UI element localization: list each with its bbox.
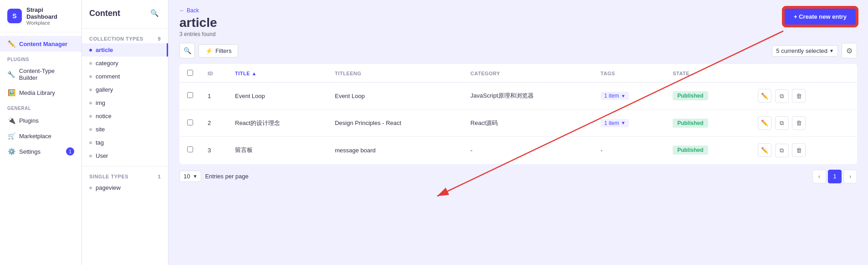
row-checkbox-cell	[180, 83, 201, 110]
edit-button-2[interactable]: ✏️	[758, 116, 771, 130]
th-checkbox	[180, 64, 201, 83]
nav-dot-img	[89, 102, 92, 104]
content-manager-icon: ✏️	[7, 40, 15, 48]
main-header: ← Back article 3 entries found + Create …	[168, 0, 868, 43]
page-1-button[interactable]: 1	[828, 170, 842, 183]
sidebar: S Strapi Dashboard Workplace ✏️ Content …	[0, 0, 82, 265]
sidebar-item-content-type-builder[interactable]: 🔧 Content-Type Builder	[0, 64, 82, 85]
th-state: STATE	[665, 64, 749, 83]
nav-dot-user	[89, 155, 92, 157]
row-tags: -	[593, 137, 665, 164]
row-actions: ✏️ ⧉ 🗑	[749, 109, 857, 137]
table-row: 3 留言板 message board - - Published ✏️ ⧉ 🗑	[180, 137, 857, 164]
data-table: ID TITLE ▲ TITLEENG CATEGORY TAGS STATE …	[179, 64, 857, 164]
nav-panel-title: Content 🔍	[82, 7, 168, 25]
per-page-select[interactable]: 10 ▼	[179, 171, 201, 182]
toolbar: 🔍 ⚡ Filters 5 currently selected ▼ ⚙	[179, 43, 857, 58]
sidebar-item-label: Settings	[19, 148, 41, 155]
nav-dot-notice	[89, 115, 92, 118]
select-all-checkbox[interactable]	[187, 70, 193, 76]
filter-icon: ⚡	[205, 47, 213, 54]
th-title[interactable]: TITLE ▲	[228, 64, 327, 83]
nav-item-label: article	[96, 47, 113, 53]
sidebar-item-label: Content-Type Builder	[19, 68, 74, 81]
nav-dot-category	[89, 62, 92, 65]
sidebar-item-marketplace[interactable]: 🛒 Marketplace	[0, 128, 82, 144]
nav-search-button[interactable]: 🔍	[148, 7, 161, 19]
brand-area: S Strapi Dashboard Workplace	[0, 0, 82, 32]
nav-item-article[interactable]: article	[82, 43, 168, 57]
sidebar-item-settings[interactable]: ⚙️ Settings 1	[0, 144, 82, 159]
table-header-row: ID TITLE ▲ TITLEENG CATEGORY TAGS STATE	[180, 64, 857, 83]
nav-item-gallery[interactable]: gallery	[82, 83, 168, 96]
brand-icon: S	[7, 9, 22, 23]
row-state: Published	[665, 137, 749, 164]
nav-item-label: gallery	[96, 86, 113, 93]
published-badge: Published	[673, 119, 708, 128]
edit-button-1[interactable]: ✏️	[758, 89, 771, 103]
prev-page-button[interactable]: ‹	[812, 170, 826, 183]
edit-button-3[interactable]: ✏️	[758, 143, 771, 157]
table-row: 1 Event Loop Event Loop JavaScript原理和浏览器…	[180, 83, 857, 110]
row-state: Published	[665, 83, 749, 110]
nav-dot-site	[89, 128, 92, 131]
sidebar-item-plugins[interactable]: 🔌 Plugins	[0, 113, 82, 128]
nav-divider-2	[82, 166, 168, 166]
row-actions: ✏️ ⧉ 🗑	[749, 83, 857, 110]
single-types-label: SINGLE TYPES	[89, 174, 128, 179]
back-link[interactable]: ← Back	[179, 7, 217, 14]
duplicate-button-2[interactable]: ⧉	[775, 116, 789, 130]
next-page-button[interactable]: ›	[843, 170, 857, 183]
nav-item-site[interactable]: site	[82, 123, 168, 136]
per-page-value: 10	[184, 173, 190, 180]
plugins-icon: 🔌	[7, 116, 15, 125]
nav-dot-article	[89, 49, 92, 52]
delete-button-3[interactable]: 🗑	[792, 143, 806, 157]
table-search-button[interactable]: 🔍	[179, 43, 195, 58]
page-subtitle: 3 entries found	[179, 31, 217, 37]
filters-button[interactable]: ⚡ Filters	[199, 44, 238, 57]
sidebar-item-label: Plugins	[19, 117, 39, 124]
columns-gear-button[interactable]: ⚙	[842, 43, 857, 58]
nav-item-user[interactable]: User	[82, 149, 168, 162]
nav-panel-title-text: Content	[89, 9, 120, 18]
tag-item[interactable]: 1 item ▼	[601, 119, 629, 127]
settings-icon: ⚙️	[7, 147, 15, 156]
nav-item-notice[interactable]: notice	[82, 109, 168, 123]
single-types-count: 1	[158, 174, 161, 179]
main-content: ← Back article 3 entries found + Create …	[168, 0, 868, 265]
brand-name: Strapi Dashboard	[26, 6, 74, 20]
per-page-chevron: ▼	[193, 174, 197, 179]
chevron-down-icon: ▼	[829, 48, 834, 53]
published-badge: Published	[673, 91, 708, 100]
row-id: 1	[200, 83, 228, 110]
sidebar-item-label: Media Library	[19, 89, 55, 96]
nav-item-pageview[interactable]: pageview	[82, 181, 168, 194]
nav-item-tag[interactable]: tag	[82, 136, 168, 149]
nav-item-label: User	[96, 152, 108, 159]
tag-item[interactable]: 1 item ▼	[601, 92, 629, 100]
delete-button-1[interactable]: 🗑	[792, 89, 806, 103]
general-section-label: GENERAL	[0, 100, 82, 113]
duplicate-button-1[interactable]: ⧉	[775, 89, 789, 103]
row-checkbox-2[interactable]	[187, 120, 193, 125]
duplicate-button-3[interactable]: ⧉	[775, 144, 789, 157]
sidebar-item-media-library[interactable]: 🖼️ Media Library	[0, 85, 82, 100]
toolbar-right: 5 currently selected ▼ ⚙	[772, 43, 857, 58]
columns-selector[interactable]: 5 currently selected ▼	[772, 45, 838, 57]
row-checkbox-3[interactable]	[187, 146, 193, 152]
row-checkbox-1[interactable]	[187, 92, 193, 98]
nav-item-img[interactable]: img	[82, 96, 168, 109]
create-new-entry-button[interactable]: + Create new entry	[783, 7, 857, 26]
pagination-right: ‹ 1 ›	[812, 170, 857, 183]
row-state: Published	[665, 109, 749, 137]
pagination: 10 ▼ Entries per page ‹ 1 ›	[179, 164, 857, 185]
nav-item-category[interactable]: category	[82, 57, 168, 70]
collection-types-header: COLLECTION TYPES 9	[82, 32, 168, 43]
settings-badge: 1	[66, 147, 74, 156]
row-checkbox-cell	[180, 109, 201, 137]
nav-item-comment[interactable]: comment	[82, 70, 168, 83]
delete-button-2[interactable]: 🗑	[792, 116, 806, 130]
sidebar-item-content-manager[interactable]: ✏️ Content Manager	[0, 36, 82, 52]
nav-item-label: comment	[96, 73, 120, 80]
